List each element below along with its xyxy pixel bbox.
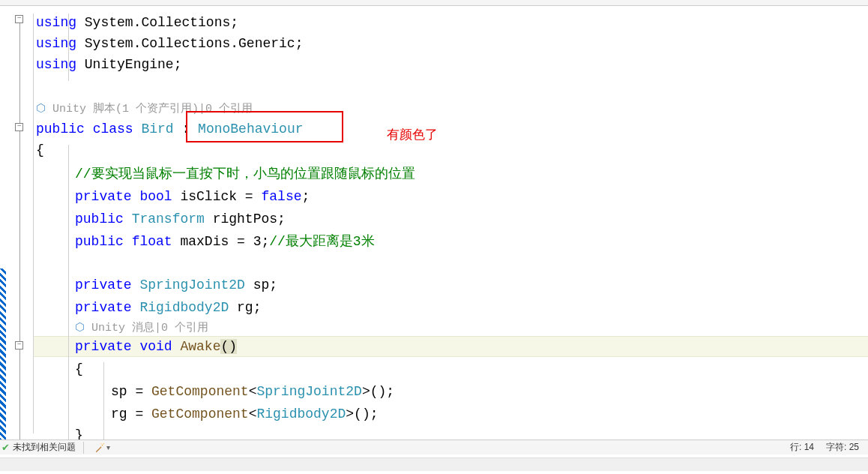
outline-gutter[interactable] <box>6 6 33 435</box>
code-line[interactable]: public class Bird : MonoBehaviour <box>36 118 304 140</box>
code-line[interactable]: rg = GetComponent<Rigidbody2D>(); <box>111 404 379 424</box>
wand-icon[interactable] <box>94 442 105 453</box>
status-char-number[interactable]: 字符: 25 <box>826 441 859 454</box>
code-content[interactable]: using System.Collections; using System.C… <box>33 6 868 435</box>
top-bar <box>0 0 868 6</box>
svg-point-0 <box>102 444 103 446</box>
svg-point-2 <box>100 443 101 444</box>
code-editor[interactable]: using System.Collections; using System.C… <box>0 6 868 435</box>
annotation-label: 有颜色了 <box>387 126 438 143</box>
change-indicator-gutter <box>0 6 6 435</box>
status-no-issues: 未找到相关问题 <box>13 441 76 454</box>
code-line[interactable]: //要实现当鼠标一直按下时，小鸟的位置跟随鼠标的位置 <box>75 164 415 184</box>
dropdown-arrow-icon[interactable]: ▾ <box>106 443 110 452</box>
status-line-number[interactable]: 行: 14 <box>790 441 814 454</box>
code-line[interactable]: using System.Collections.Generic; <box>36 33 303 54</box>
codelens[interactable]: ⬡ Unity 脚本(1 个资产引用)|0 个引用 <box>36 99 253 120</box>
code-line[interactable]: using UnityEngine; <box>36 54 181 75</box>
fold-toggle-usings[interactable] <box>15 15 23 23</box>
svg-point-1 <box>103 443 104 444</box>
code-line[interactable]: public Transform rightPos; <box>75 208 286 230</box>
status-ok-icon: ✔ <box>1 442 10 453</box>
code-line[interactable]: { <box>75 358 83 380</box>
code-line[interactable]: private void Awake() <box>75 336 237 357</box>
fold-toggle-class[interactable] <box>15 123 23 131</box>
code-line[interactable]: { <box>36 140 44 160</box>
code-line[interactable]: public float maxDis = 3;//最大距离是3米 <box>75 231 375 252</box>
status-bar: ✔ 未找到相关问题 ▾ 行: 14 字符: 25 <box>0 440 868 454</box>
fold-toggle-method[interactable] <box>15 341 23 350</box>
horizontal-scrollbar[interactable] <box>0 458 868 471</box>
code-line[interactable]: private bool isClick = false; <box>75 186 310 207</box>
code-line[interactable]: private Rigidbody2D rg; <box>75 297 261 318</box>
code-line[interactable]: sp = GetComponent<SpringJoint2D>(); <box>111 381 394 402</box>
code-line[interactable]: using System.Collections; <box>36 12 238 33</box>
code-line[interactable]: private SpringJoint2D sp; <box>75 274 277 296</box>
divider <box>83 442 84 454</box>
